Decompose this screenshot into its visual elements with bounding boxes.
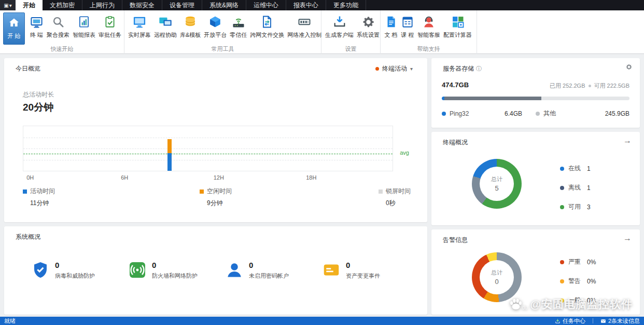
menu-tab-label: 报表中心 [293, 1, 318, 10]
gridline [23, 160, 393, 160]
settings-gear-icon [361, 13, 375, 31]
ribbon-item-docs[interactable]: 文 档 [383, 12, 399, 39]
ribbon-group-settings: 生成客户端 系统设置 设置 [321, 10, 381, 54]
gridline [23, 148, 393, 149]
dot-separator [589, 85, 591, 87]
account-icon [225, 261, 244, 279]
menu-tab-start[interactable]: 开始 [16, 0, 43, 10]
legend-label: 严重 [568, 258, 581, 266]
menu-tab-ops-center[interactable]: 运维中心 [246, 0, 286, 10]
ribbon-item-label: 开 始 [7, 32, 20, 40]
legend-value: 0% [587, 297, 596, 304]
ribbon-toolbar: 开 始 终 端 聚合搜索 [0, 10, 644, 54]
ribbon-item-system-settings[interactable]: 系统设置 [355, 12, 381, 39]
alert-info-card: 告警信息 → 总计 0 严重 0% 警告 0% [431, 229, 640, 315]
legend-swatch [23, 189, 27, 194]
ribbon-item-template-library[interactable]: 库&模板 [178, 12, 202, 39]
legend-available: 可用 3 [560, 202, 591, 211]
ribbon-item-open-platform[interactable]: 开放平台 [202, 12, 228, 39]
system-item-label: 未启用密码帐户 [249, 272, 289, 280]
legend-value: 3 [587, 204, 591, 211]
menu-tab-web-behavior[interactable]: 上网行为 [82, 0, 122, 10]
search-icon [51, 13, 65, 31]
ribbon-item-terminal[interactable]: 终 端 [28, 12, 45, 39]
legend-dot [560, 205, 564, 209]
ribbon-item-realtime-screen[interactable]: 实时屏幕 [127, 12, 152, 39]
ribbon-item-zero-trust[interactable]: 零信任 [228, 12, 248, 39]
menu-tab-device-management[interactable]: 设备管理 [162, 0, 202, 10]
system-item-label: 资产变更事件 [346, 272, 380, 280]
menu-tab-doc-encryption[interactable]: 文档加密 [43, 0, 82, 10]
ribbon-item-courses[interactable]: 课 程 [399, 12, 416, 39]
alert-donut-chart: 总计 0 [472, 252, 522, 302]
legend-dot [560, 186, 564, 190]
today-overview-card: 今日概览 终端活动 ▾ 总活动时长 20分钟 avg 0H 6H 12H [4, 58, 427, 222]
legend-swatch [200, 189, 204, 194]
storage-settings-button[interactable] [625, 63, 633, 73]
legend-swatch [379, 189, 383, 194]
menu-tab-system-network[interactable]: 系统&网络 [202, 0, 246, 10]
statusbar-divider [593, 318, 593, 323]
ribbon-item-home[interactable]: 开 始 [3, 12, 25, 45]
system-item-no-password-accounts[interactable]: 0 未启用密码帐户 [225, 261, 322, 280]
legend-value: 0% [587, 259, 596, 266]
ribbon-item-smart-support[interactable]: 智能客服 [416, 12, 442, 39]
donut-center-value: 0 [495, 278, 498, 286]
arrow-right-icon[interactable]: → [623, 234, 632, 243]
storage-free-label: 可用 222.5GB [594, 82, 629, 90]
config-calculator-icon [451, 13, 465, 31]
ribbon-item-file-exchange[interactable]: 跨网文件交换 [248, 12, 286, 39]
menu-tab-label: 文档加密 [50, 1, 75, 10]
ribbon-item-config-calculator[interactable]: 配置计算器 [442, 12, 473, 39]
remote-assist-icon [158, 13, 173, 31]
menu-tab-more-features[interactable]: 更多功能 [326, 0, 366, 10]
terminal-icon [30, 13, 44, 31]
idle-time-bar [167, 139, 172, 153]
asset-icon [322, 261, 341, 279]
legend-value: 1 [587, 165, 591, 172]
system-item-firewall-protection[interactable]: 0 防火墙和网络防护 [128, 261, 225, 280]
report-icon [77, 13, 91, 31]
legend-value: 11分钟 [30, 199, 55, 208]
legend-dot [560, 167, 564, 171]
system-item-asset-change-events[interactable]: 0 资产变更事件 [322, 261, 419, 280]
ribbon-item-label: 智能报表 [73, 31, 95, 39]
ribbon-item-search[interactable]: 聚合搜索 [45, 12, 71, 39]
app-menu-button[interactable]: ▣ ▾ [0, 0, 16, 10]
zero-trust-icon [231, 13, 246, 31]
system-item-value: 0 [249, 261, 289, 269]
smart-support-icon [422, 13, 436, 31]
ribbon-item-generate-client[interactable]: 生成客户端 [324, 12, 355, 39]
download-arrow-icon [555, 318, 561, 324]
activity-filter-dropdown[interactable]: 终端活动 ▾ [375, 64, 413, 73]
client-generator-icon [332, 13, 347, 31]
info-icon: ⓘ [476, 65, 482, 72]
menu-tab-data-security[interactable]: 数据安全 [122, 0, 162, 10]
ribbon-item-label: 跨网文件交换 [250, 31, 284, 39]
avg-label: avg [400, 150, 409, 156]
menubar: ▣ ▾ 开始 文档加密 上网行为 数据安全 设备管理 系统&网络 运维中心 报表… [0, 0, 644, 10]
ribbon-item-approval-tasks[interactable]: 审批任务 [97, 12, 123, 39]
arrow-right-icon[interactable]: → [623, 136, 632, 145]
unread-messages-label: 2条未读信息 [608, 317, 640, 325]
window-icon: ▣ [4, 3, 8, 8]
unread-messages-button[interactable]: 2条未读信息 [600, 317, 640, 325]
ribbon-group-label: 设置 [321, 45, 380, 53]
home-icon [8, 14, 20, 32]
legend-label: Ping32 [450, 110, 469, 117]
ribbon-item-network-access-control[interactable]: 网络准入控制 [286, 12, 323, 39]
ribbon-item-remote-assist[interactable]: 远程协助 [152, 12, 178, 39]
ribbon-item-label: 开放平台 [204, 31, 227, 39]
terminal-overview-card: 终端概况 → 总计 5 在线 1 离线 1 [431, 132, 640, 225]
ribbon-item-label: 生成客户端 [325, 31, 354, 39]
system-item-virus-protection[interactable]: 0 病毒和威胁防护 [31, 261, 128, 280]
ribbon-item-label: 文 档 [384, 31, 397, 39]
legend-idle-time: 空闲时间 9分钟 [200, 187, 232, 208]
donut-center-label: 总计 [491, 269, 502, 277]
alert-legend: 严重 0% 警告 0% 一般 0% [560, 258, 596, 315]
ribbon-item-smart-report[interactable]: 智能报表 [71, 12, 97, 39]
menu-tab-label: 运维中心 [254, 1, 278, 10]
envelope-icon [600, 318, 606, 324]
task-center-button[interactable]: 任务中心 [555, 317, 585, 325]
menu-tab-report-center[interactable]: 报表中心 [286, 0, 326, 10]
